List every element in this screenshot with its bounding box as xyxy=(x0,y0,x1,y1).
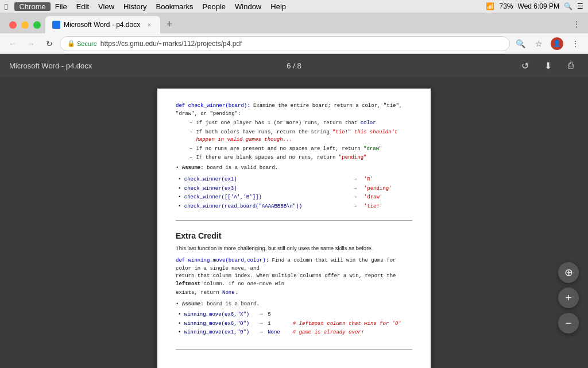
float-buttons: ⊕ + − xyxy=(558,262,579,334)
battery-level: 73% xyxy=(499,2,513,10)
tab-bar: Microsoft Word - p4.docx × + ⋮ xyxy=(0,13,588,33)
assume-board2: • Assume: board is a board. xyxy=(176,301,412,309)
zoom-out-button[interactable]: − xyxy=(558,313,579,334)
assume-board: • Assume: board is a valid board. xyxy=(176,164,412,172)
menubar-help[interactable]: Help xyxy=(266,2,291,11)
search-button[interactable]: 🔍 xyxy=(512,36,528,52)
tab-favicon xyxy=(52,21,60,29)
pdf-refresh-button[interactable]: ↺ xyxy=(517,57,533,74)
expand-button[interactable]: ⊕ xyxy=(558,262,579,283)
extra-credit-title: Extra Credit xyxy=(176,230,412,242)
table-row: • check_winner(ex3) → 'pending' xyxy=(176,185,412,194)
browser-content: Microsoft Word - p4.docx 6 / 8 ↺ ⬇ ⎙ def… xyxy=(0,54,588,368)
table-row: • winning_move(ex6,"X") → 5 xyxy=(176,310,412,320)
menubar:  Chrome File Edit View History Bookmark… xyxy=(0,0,588,13)
url-text: https://cs.gmu.edu/~marks/112/projects/p… xyxy=(100,40,242,48)
winning-move-desc: return that column index. When multiple … xyxy=(176,273,412,288)
tab-right-icon[interactable]: ⋮ xyxy=(570,17,583,31)
address-input[interactable]: 🔒 Secure https://cs.gmu.edu/~marks/112/p… xyxy=(60,36,510,51)
bookmark-button[interactable]: ☆ xyxy=(531,36,547,52)
table-row: • check_winner([['A','B']]) → 'draw' xyxy=(176,193,412,202)
winning-move-examples: • winning_move(ex6,"X") → 5 • winning_mo… xyxy=(176,310,412,338)
window-controls xyxy=(5,21,45,33)
menubar-window[interactable]: Window xyxy=(230,2,266,11)
pdf-actions: ↺ ⬇ ⎙ xyxy=(517,57,579,74)
wifi-icon: 📶 xyxy=(486,2,494,10)
pdf-area[interactable]: def check_winner(board): Examine the ent… xyxy=(0,77,588,368)
menubar-people[interactable]: People xyxy=(198,2,230,11)
refresh-button[interactable]: ↻ xyxy=(41,36,57,52)
zoom-in-button[interactable]: + xyxy=(558,288,579,308)
pdf-print-button[interactable]: ⎙ xyxy=(563,57,579,74)
menubar-view[interactable]: View xyxy=(94,2,119,11)
pdf-page: def check_winner(board): Examine the ent… xyxy=(157,89,431,368)
menubar-history[interactable]: History xyxy=(119,2,151,11)
forward-button[interactable]: → xyxy=(23,36,39,52)
pdf-doc-title: Microsoft Word - p4.docx xyxy=(9,62,517,70)
tab-close-button[interactable]: × xyxy=(145,21,153,29)
menubar-file[interactable]: File xyxy=(51,2,72,11)
winning-move-desc2: exists, return None. xyxy=(176,289,412,297)
menubar-chrome[interactable]: Chrome xyxy=(14,2,50,11)
minimize-button[interactable] xyxy=(21,21,29,29)
pdf-pagination: 6 / 8 xyxy=(287,62,301,70)
table-row: • winning_move(ex6,"O") → 1 # leftmost c… xyxy=(176,320,412,329)
new-tab-button[interactable]: + xyxy=(163,17,176,31)
table-row: • check_winner(read_board("AAAABBBB\n"))… xyxy=(176,202,412,212)
menubar-bookmarks[interactable]: Bookmarks xyxy=(152,2,198,11)
menubar-edit[interactable]: Edit xyxy=(72,2,94,11)
active-tab[interactable]: Microsoft Word - p4.docx × xyxy=(45,16,160,33)
bottom-divider xyxy=(176,349,412,350)
menu-button[interactable]: ⋮ xyxy=(567,36,583,52)
maximize-button[interactable] xyxy=(33,21,41,29)
back-button[interactable]: ← xyxy=(5,36,21,52)
address-bar: ← → ↻ 🔒 Secure https://cs.gmu.edu/~marks… xyxy=(0,33,588,54)
list-icon[interactable]: ☰ xyxy=(577,2,583,10)
secure-indicator: 🔒 Secure xyxy=(67,40,97,47)
examples-table: • check_winner(ex1) → 'R' • check_winner… xyxy=(176,175,412,211)
clock: Wed 6:09 PM xyxy=(518,2,559,10)
extra-credit-desc: This last function is more challenging, … xyxy=(176,244,412,252)
dash-items: – If just one player has 1 (or more) run… xyxy=(176,120,412,162)
avatar-button[interactable]: 👤 xyxy=(549,36,565,52)
menubar-status: 📶 73% Wed 6:09 PM 🔍 ☰ xyxy=(486,2,583,10)
search-icon[interactable]: 🔍 xyxy=(564,2,572,10)
section-divider xyxy=(176,220,412,221)
apple-menu[interactable]:  xyxy=(5,2,7,12)
check-winner-definition: def check_winner(board): Examine the ent… xyxy=(176,102,412,118)
tab-right-buttons: ⋮ xyxy=(570,17,583,33)
table-row: • winning_move(ex1,"O") → None # game is… xyxy=(176,328,412,338)
table-row: • check_winner(ex1) → 'R' xyxy=(176,175,412,185)
winning-move-def: def winning_move(board,color): Find a co… xyxy=(176,257,412,273)
pdf-header: Microsoft Word - p4.docx 6 / 8 ↺ ⬇ ⎙ xyxy=(0,54,588,77)
pdf-download-button[interactable]: ⬇ xyxy=(540,57,556,74)
tab-title: Microsoft Word - p4.docx xyxy=(64,21,142,29)
close-button[interactable] xyxy=(9,21,17,29)
